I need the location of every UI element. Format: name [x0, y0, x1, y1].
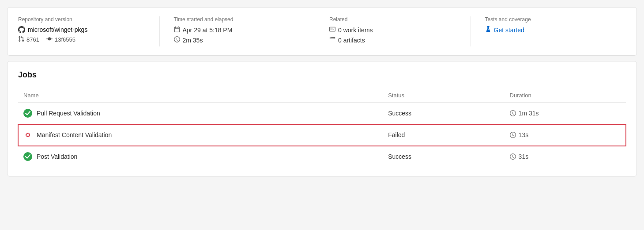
commit-item: 13f6555 — [46, 36, 75, 43]
status-icon-failed — [23, 130, 32, 139]
job-name-cell: Pull Request Validation — [18, 103, 383, 124]
calendar-icon — [174, 26, 180, 34]
repo-section: Repository and version microsoft/winget-… — [18, 16, 159, 46]
related-label: Related — [329, 16, 456, 23]
status-icon-success — [23, 109, 32, 118]
info-card: Repository and version microsoft/winget-… — [7, 7, 637, 56]
table-row[interactable]: Post ValidationSuccess 31s — [18, 146, 626, 168]
table-row[interactable]: Manifest Content ValidationFailed 13s — [18, 124, 626, 146]
jobs-table: Name Status Duration Pull Request Valida… — [18, 88, 626, 167]
tests-label: Tests and coverage — [485, 16, 612, 23]
col-name: Name — [18, 88, 383, 103]
elapsed-row: 2m 35s — [174, 36, 301, 44]
col-duration: Duration — [505, 88, 626, 103]
get-started-link[interactable]: Get started — [494, 27, 524, 34]
tests-section: Tests and coverage Get started — [471, 16, 626, 46]
artifact-icon — [329, 36, 335, 44]
date-row: Apr 29 at 5:18 PM — [174, 26, 301, 34]
job-name-cell: Post Validation — [18, 146, 383, 168]
job-name-text: Manifest Content Validation — [37, 131, 112, 138]
commit-icon — [46, 36, 53, 43]
job-status-cell: Success — [383, 103, 504, 124]
github-icon — [18, 26, 25, 33]
time-label: Time started and elapsed — [174, 16, 301, 23]
get-started-row: Get started — [485, 26, 612, 34]
job-name-text: Post Validation — [37, 153, 77, 160]
jobs-card: Jobs Name Status Duration Pull Request V… — [7, 61, 637, 176]
artifacts-text: 0 artifacts — [338, 37, 365, 44]
jobs-title: Jobs — [18, 70, 626, 80]
pr-icon — [18, 36, 24, 43]
job-name-text: Pull Request Validation — [37, 110, 100, 117]
job-duration-cell: 31s — [505, 146, 626, 168]
job-name-cell: Manifest Content Validation — [18, 124, 383, 146]
date-text: Apr 29 at 5:18 PM — [183, 27, 233, 34]
repo-name: microsoft/winget-pkgs — [28, 26, 87, 33]
workitem-icon — [329, 26, 335, 34]
duration-text: 1m 31s — [519, 110, 539, 117]
related-section: Related 0 work items 0 artifacts — [315, 16, 471, 46]
work-items-row: 0 work items — [329, 26, 456, 34]
table-header-row: Name Status Duration — [18, 88, 626, 103]
table-row[interactable]: Pull Request ValidationSuccess 1m 31s — [18, 103, 626, 124]
repo-label: Repository and version — [18, 16, 145, 23]
beaker-icon — [485, 26, 491, 34]
duration-text: 31s — [519, 153, 529, 160]
job-status-cell: Success — [383, 146, 504, 168]
elapsed-text: 2m 35s — [183, 37, 203, 44]
job-status-cell: Failed — [383, 124, 504, 146]
artifacts-row: 0 artifacts — [329, 36, 456, 44]
pr-item: 8761 — [18, 36, 39, 43]
col-status: Status — [383, 88, 504, 103]
job-duration-cell: 13s — [505, 124, 626, 146]
repo-name-row: microsoft/winget-pkgs — [18, 26, 145, 33]
repo-meta: 8761 13f6555 — [18, 36, 145, 43]
duration-text: 13s — [519, 131, 529, 138]
pr-number: 8761 — [26, 36, 39, 43]
clock-icon — [174, 36, 180, 44]
commit-hash: 13f6555 — [55, 36, 75, 43]
status-icon-success — [23, 152, 32, 161]
job-duration-cell: 1m 31s — [505, 103, 626, 124]
time-section: Time started and elapsed Apr 29 at 5:18 … — [159, 16, 315, 46]
work-items-text: 0 work items — [338, 27, 373, 34]
